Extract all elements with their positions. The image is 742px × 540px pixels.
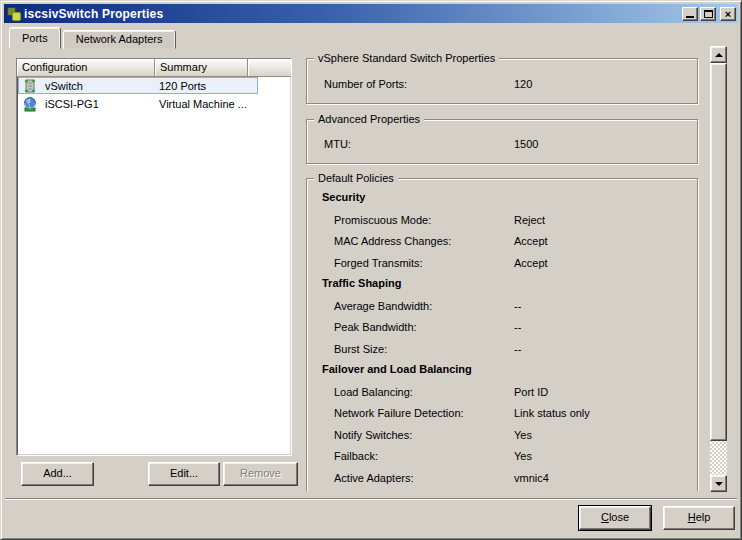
title-bar[interactable]: iscsivSwitch Properties × xyxy=(4,4,738,23)
property-label: Forged Transmits: xyxy=(334,257,423,269)
details-panel: vSphere Standard Switch Properties Numbe… xyxy=(304,49,700,491)
property-row: Active Adapters: vmnic4 xyxy=(307,468,697,490)
minimize-icon xyxy=(686,16,694,18)
remove-button[interactable]: Remove xyxy=(223,462,298,486)
vswitch-icon xyxy=(22,78,38,94)
property-label: MTU: xyxy=(324,138,351,150)
property-value: -- xyxy=(514,343,521,355)
arrow-down-icon xyxy=(715,482,723,486)
property-value: Accept xyxy=(514,257,548,269)
property-value: 1500 xyxy=(514,138,538,150)
footer-separator xyxy=(5,498,737,500)
vmware-icon xyxy=(7,7,21,21)
list-item-iscsi-pg1[interactable]: iSCSI-PG1 Virtual Machine ... xyxy=(17,95,291,113)
group-switch-properties: vSphere Standard Switch Properties Numbe… xyxy=(306,58,698,104)
property-row: Burst Size: -- xyxy=(307,339,697,361)
property-value: -- xyxy=(514,321,521,333)
property-label: Notify Switches: xyxy=(334,429,412,441)
group-title: Default Policies xyxy=(314,172,398,185)
property-row: Peak Bandwidth: -- xyxy=(307,317,697,339)
maximize-button[interactable] xyxy=(700,7,716,21)
column-header-configuration[interactable]: Configuration xyxy=(17,59,155,77)
group-default-policies: Default Policies Security Promiscuous Mo… xyxy=(306,178,698,491)
section-heading-failover: Failover and Load Balancing xyxy=(307,360,697,382)
property-label: Load Balancing: xyxy=(334,386,413,398)
property-row: Network Failure Detection: Link status o… xyxy=(307,403,697,425)
property-label: Number of Ports: xyxy=(324,78,407,90)
property-row: MAC Address Changes: Accept xyxy=(307,231,697,253)
scrollbar-thumb[interactable] xyxy=(710,63,727,441)
tab-strip: Ports Network Adapters xyxy=(9,27,176,49)
list-header: Configuration Summary xyxy=(17,59,291,77)
group-title: Advanced Properties xyxy=(314,113,424,126)
help-button[interactable]: Help xyxy=(663,506,735,530)
close-icon: × xyxy=(725,9,731,19)
close-window-button[interactable]: × xyxy=(720,7,736,21)
list-item-configuration: iSCSI-PG1 xyxy=(45,98,99,110)
property-label: MAC Address Changes: xyxy=(334,235,451,247)
section-heading-security: Security xyxy=(307,188,697,210)
property-value: Reject xyxy=(514,214,545,226)
property-row: Failback: Yes xyxy=(307,446,697,468)
tab-network-adapters[interactable]: Network Adapters xyxy=(63,30,176,49)
property-value: -- xyxy=(514,300,521,312)
list-item-vswitch[interactable]: vSwitch 120 Ports xyxy=(17,77,291,95)
list-item-summary: 120 Ports xyxy=(155,80,275,92)
scroll-up-button[interactable] xyxy=(710,46,727,63)
property-row: Number of Ports: 120 xyxy=(307,75,697,96)
list-item-summary: Virtual Machine ... xyxy=(155,98,275,110)
property-row: Promiscuous Mode: Reject xyxy=(307,210,697,232)
property-label: Burst Size: xyxy=(334,343,387,355)
window-title: iscsivSwitch Properties xyxy=(24,7,682,21)
property-label: Peak Bandwidth: xyxy=(334,321,417,333)
minimize-button[interactable] xyxy=(682,7,698,21)
property-value: vmnic4 xyxy=(514,472,549,484)
port-group-icon xyxy=(22,96,38,112)
property-row: Forged Transmits: Accept xyxy=(307,253,697,275)
list-item-configuration: vSwitch xyxy=(45,80,83,92)
column-header-filler xyxy=(248,59,291,77)
property-row: Notify Switches: Yes xyxy=(307,425,697,447)
column-header-summary[interactable]: Summary xyxy=(155,59,248,77)
property-value: 120 xyxy=(514,78,532,90)
property-label: Average Bandwidth: xyxy=(334,300,432,312)
property-value: Accept xyxy=(514,235,548,247)
property-label: Network Failure Detection: xyxy=(334,407,464,419)
group-title: vSphere Standard Switch Properties xyxy=(314,52,499,65)
property-row: Load Balancing: Port ID xyxy=(307,382,697,404)
close-button[interactable]: Close xyxy=(579,506,651,530)
scroll-down-button[interactable] xyxy=(710,475,727,492)
arrow-up-icon xyxy=(715,53,723,57)
dialog-window: iscsivSwitch Properties × Ports Network … xyxy=(0,0,742,540)
edit-button[interactable]: Edit... xyxy=(148,462,220,486)
property-value: Yes xyxy=(514,429,532,441)
property-label: Failback: xyxy=(334,450,378,462)
property-label: Promiscuous Mode: xyxy=(334,214,431,226)
add-button[interactable]: Add... xyxy=(21,462,94,486)
maximize-icon xyxy=(704,10,713,18)
section-heading-traffic-shaping: Traffic Shaping xyxy=(307,274,697,296)
group-advanced-properties: Advanced Properties MTU: 1500 xyxy=(306,119,698,164)
property-row: MTU: 1500 xyxy=(307,135,697,156)
property-value: Link status only xyxy=(514,407,590,419)
property-row: Average Bandwidth: -- xyxy=(307,296,697,318)
property-value: Port ID xyxy=(514,386,548,398)
property-label: Active Adapters: xyxy=(334,472,414,484)
property-value: Yes xyxy=(514,450,532,462)
tab-ports[interactable]: Ports xyxy=(9,27,61,49)
port-configuration-list: Configuration Summary xyxy=(16,58,292,456)
details-scrollbar xyxy=(710,46,727,492)
